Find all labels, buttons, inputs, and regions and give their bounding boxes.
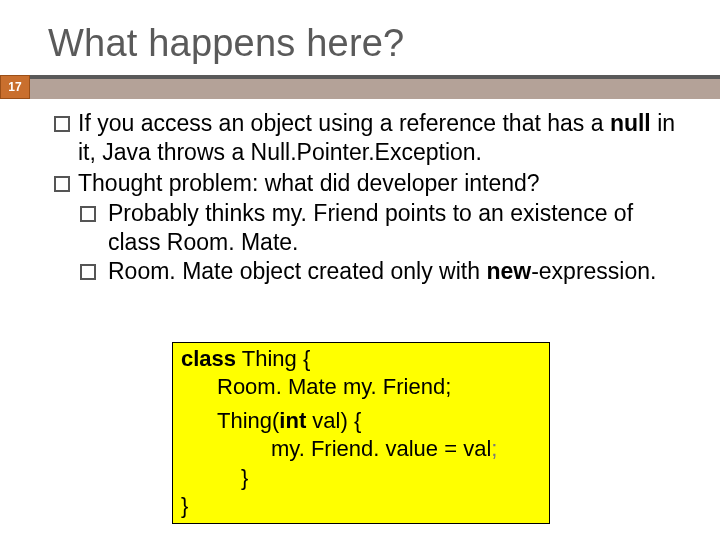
bullet-2a: Probably thinks my. Friend points to an … bbox=[54, 199, 684, 257]
text: If you access an object using a referenc… bbox=[78, 110, 610, 136]
code-line-4: my. Friend. value = val; bbox=[181, 435, 541, 463]
code-line-2: Room. Mate my. Friend; bbox=[181, 373, 541, 401]
code-line-3: Thing(int val) { bbox=[181, 407, 541, 435]
ident-roommate: Room. Mate bbox=[108, 258, 233, 284]
page-number: 17 bbox=[0, 75, 30, 99]
text: -expression. bbox=[531, 258, 656, 284]
kw-class: class bbox=[181, 346, 236, 371]
text: object created only with bbox=[233, 258, 486, 284]
text: Thing { bbox=[236, 346, 310, 371]
code-box: class Thing { Room. Mate my. Friend; Thi… bbox=[172, 342, 550, 524]
code-line-6: } bbox=[181, 492, 541, 520]
slide-body: If you access an object using a referenc… bbox=[0, 99, 720, 286]
kw-int: int bbox=[279, 408, 306, 433]
ident-roommate: Room. Mate bbox=[167, 229, 292, 255]
bullet-1: If you access an object using a referenc… bbox=[54, 109, 684, 167]
code-line-5: } bbox=[181, 464, 541, 492]
class-npe: Null.Pointer.Exception bbox=[251, 139, 476, 165]
text: . bbox=[292, 229, 298, 255]
text: Thing( bbox=[217, 408, 279, 433]
bullet-2b: Room. Mate object created only with new-… bbox=[54, 257, 684, 286]
accent-band: 17 bbox=[0, 79, 720, 99]
code-line-1: class Thing { bbox=[181, 345, 541, 373]
kw-null: null bbox=[610, 110, 651, 136]
text: Thought problem: what did developer inte… bbox=[78, 170, 540, 196]
text: val) { bbox=[306, 408, 361, 433]
text: my. Friend. value = val bbox=[271, 436, 491, 461]
ident-myfriend: my. Friend bbox=[272, 200, 379, 226]
slide: What happens here? 17 If you access an o… bbox=[0, 0, 720, 540]
kw-new: new bbox=[486, 258, 531, 284]
bullet-2: Thought problem: what did developer inte… bbox=[54, 169, 684, 198]
text: Probably thinks bbox=[108, 200, 272, 226]
slide-title: What happens here? bbox=[0, 0, 720, 75]
semicolon: ; bbox=[491, 436, 497, 461]
text: . bbox=[476, 139, 482, 165]
